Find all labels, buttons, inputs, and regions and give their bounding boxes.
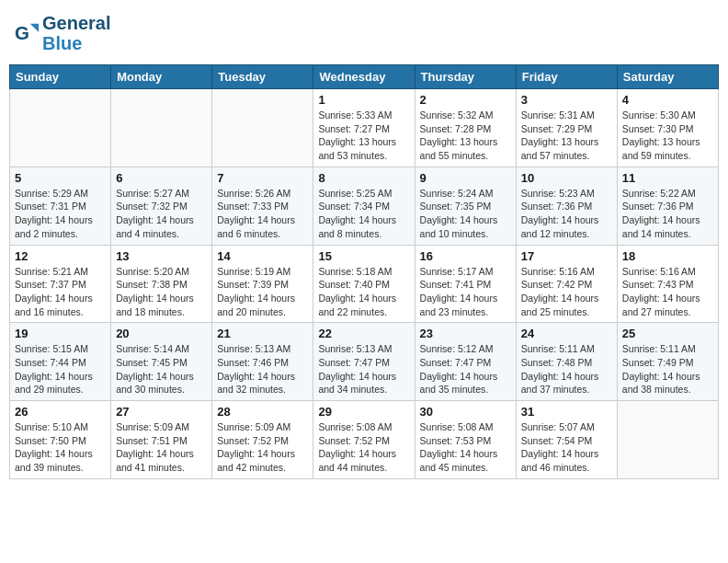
sunrise-text: Sunrise: 5:08 AM xyxy=(318,421,392,432)
sunrise-text: Sunrise: 5:13 AM xyxy=(318,343,392,354)
sunrise-text: Sunrise: 5:23 AM xyxy=(521,188,595,199)
day-number: 16 xyxy=(420,249,511,263)
day-info: Sunrise: 5:16 AMSunset: 7:42 PMDaylight:… xyxy=(521,265,612,319)
sunrise-text: Sunrise: 5:20 AM xyxy=(116,266,189,277)
daylight-text: Daylight: 13 hours and 53 minutes. xyxy=(318,136,396,161)
day-number: 2 xyxy=(420,93,511,107)
daylight-text: Daylight: 14 hours and 14 minutes. xyxy=(622,214,700,239)
day-info: Sunrise: 5:30 AMSunset: 7:30 PMDaylight:… xyxy=(622,109,713,163)
calendar-cell: 30Sunrise: 5:08 AMSunset: 7:53 PMDayligh… xyxy=(415,401,516,479)
sunset-text: Sunset: 7:54 PM xyxy=(521,435,593,446)
sunrise-text: Sunrise: 5:32 AM xyxy=(420,109,494,121)
day-number: 4 xyxy=(622,93,713,107)
day-number: 18 xyxy=(622,249,713,263)
day-number: 5 xyxy=(15,171,106,185)
day-number: 15 xyxy=(318,249,409,263)
daylight-text: Daylight: 14 hours and 20 minutes. xyxy=(217,293,295,317)
day-info: Sunrise: 5:32 AMSunset: 7:28 PMDaylight:… xyxy=(420,109,511,163)
sunrise-text: Sunrise: 5:11 AM xyxy=(521,343,595,354)
sunset-text: Sunset: 7:38 PM xyxy=(116,279,188,290)
sunrise-text: Sunrise: 5:11 AM xyxy=(622,343,696,354)
daylight-text: Daylight: 14 hours and 42 minutes. xyxy=(217,448,295,473)
sunrise-text: Sunrise: 5:08 AM xyxy=(420,421,494,432)
day-info: Sunrise: 5:08 AMSunset: 7:53 PMDaylight:… xyxy=(420,420,511,475)
calendar-cell: 23Sunrise: 5:12 AMSunset: 7:47 PMDayligh… xyxy=(415,323,516,401)
daylight-text: Daylight: 14 hours and 18 minutes. xyxy=(116,293,194,317)
day-header-friday: Friday xyxy=(516,65,617,89)
daylight-text: Daylight: 14 hours and 35 minutes. xyxy=(420,371,498,396)
calendar-week-row: 26Sunrise: 5:10 AMSunset: 7:50 PMDayligh… xyxy=(10,401,719,479)
calendar-week-row: 1Sunrise: 5:33 AMSunset: 7:27 PMDaylight… xyxy=(10,89,719,167)
sunset-text: Sunset: 7:47 PM xyxy=(420,357,492,368)
sunrise-text: Sunrise: 5:25 AM xyxy=(318,188,392,199)
sunrise-text: Sunrise: 5:26 AM xyxy=(217,188,290,199)
sunrise-text: Sunrise: 5:07 AM xyxy=(521,421,595,432)
day-number: 13 xyxy=(116,249,207,263)
sunset-text: Sunset: 7:47 PM xyxy=(318,357,390,368)
daylight-text: Daylight: 14 hours and 10 minutes. xyxy=(420,214,498,239)
sunset-text: Sunset: 7:29 PM xyxy=(521,123,593,134)
daylight-text: Daylight: 14 hours and 38 minutes. xyxy=(622,371,700,396)
day-info: Sunrise: 5:08 AMSunset: 7:52 PMDaylight:… xyxy=(318,420,409,475)
daylight-text: Daylight: 14 hours and 23 minutes. xyxy=(420,293,498,317)
calendar-cell: 1Sunrise: 5:33 AMSunset: 7:27 PMDaylight… xyxy=(313,89,415,167)
day-info: Sunrise: 5:11 AMSunset: 7:48 PMDaylight:… xyxy=(521,342,612,396)
daylight-text: Daylight: 14 hours and 27 minutes. xyxy=(622,293,700,317)
day-number: 19 xyxy=(15,327,106,340)
calendar-cell: 16Sunrise: 5:17 AMSunset: 7:41 PMDayligh… xyxy=(415,245,516,323)
daylight-text: Daylight: 14 hours and 41 minutes. xyxy=(116,448,194,473)
calendar-cell: 25Sunrise: 5:11 AMSunset: 7:49 PMDayligh… xyxy=(617,323,718,401)
daylight-text: Daylight: 14 hours and 44 minutes. xyxy=(318,448,396,473)
sunset-text: Sunset: 7:43 PM xyxy=(622,279,694,290)
daylight-text: Daylight: 14 hours and 4 minutes. xyxy=(116,214,194,239)
day-info: Sunrise: 5:10 AMSunset: 7:50 PMDaylight:… xyxy=(15,420,106,475)
calendar-cell: 17Sunrise: 5:16 AMSunset: 7:42 PMDayligh… xyxy=(516,245,617,323)
calendar-cell: 18Sunrise: 5:16 AMSunset: 7:43 PMDayligh… xyxy=(617,245,718,323)
sunset-text: Sunset: 7:32 PM xyxy=(116,201,188,212)
sunset-text: Sunset: 7:50 PM xyxy=(15,435,86,446)
day-number: 27 xyxy=(116,405,207,419)
calendar-cell: 3Sunrise: 5:31 AMSunset: 7:29 PMDaylight… xyxy=(516,89,617,167)
day-header-monday: Monday xyxy=(111,65,212,89)
day-info: Sunrise: 5:16 AMSunset: 7:43 PMDaylight:… xyxy=(622,265,713,319)
calendar-cell: 4Sunrise: 5:30 AMSunset: 7:30 PMDaylight… xyxy=(617,89,718,167)
sunrise-text: Sunrise: 5:17 AM xyxy=(420,266,494,277)
day-number: 21 xyxy=(217,327,308,340)
day-header-tuesday: Tuesday xyxy=(212,65,313,89)
day-info: Sunrise: 5:13 AMSunset: 7:47 PMDaylight:… xyxy=(318,342,409,396)
calendar-cell: 8Sunrise: 5:25 AMSunset: 7:34 PMDaylight… xyxy=(313,167,415,245)
calendar-cell: 6Sunrise: 5:27 AMSunset: 7:32 PMDaylight… xyxy=(111,167,212,245)
sunset-text: Sunset: 7:46 PM xyxy=(217,357,289,368)
day-number: 29 xyxy=(318,405,409,419)
day-number: 26 xyxy=(15,405,106,419)
day-info: Sunrise: 5:21 AMSunset: 7:37 PMDaylight:… xyxy=(15,265,106,319)
calendar-cell xyxy=(10,89,111,167)
day-info: Sunrise: 5:26 AMSunset: 7:33 PMDaylight:… xyxy=(217,187,308,241)
sunset-text: Sunset: 7:36 PM xyxy=(622,201,694,212)
sunset-text: Sunset: 7:34 PM xyxy=(318,201,390,212)
day-info: Sunrise: 5:12 AMSunset: 7:47 PMDaylight:… xyxy=(420,342,511,396)
daylight-text: Daylight: 14 hours and 6 minutes. xyxy=(217,214,295,239)
daylight-text: Daylight: 14 hours and 45 minutes. xyxy=(420,448,498,473)
calendar-week-row: 19Sunrise: 5:15 AMSunset: 7:44 PMDayligh… xyxy=(10,323,719,401)
calendar-table: SundayMondayTuesdayWednesdayThursdayFrid… xyxy=(9,64,719,479)
sunrise-text: Sunrise: 5:33 AM xyxy=(318,109,392,121)
day-info: Sunrise: 5:29 AMSunset: 7:31 PMDaylight:… xyxy=(15,187,106,241)
sunrise-text: Sunrise: 5:21 AM xyxy=(15,266,88,277)
day-number: 7 xyxy=(217,171,308,185)
sunset-text: Sunset: 7:48 PM xyxy=(521,357,593,368)
sunrise-text: Sunrise: 5:29 AM xyxy=(15,188,88,199)
daylight-text: Daylight: 13 hours and 55 minutes. xyxy=(420,136,498,161)
daylight-text: Daylight: 13 hours and 57 minutes. xyxy=(521,136,599,161)
calendar-week-row: 12Sunrise: 5:21 AMSunset: 7:37 PMDayligh… xyxy=(10,245,719,323)
daylight-text: Daylight: 14 hours and 25 minutes. xyxy=(521,293,599,317)
calendar-cell: 28Sunrise: 5:09 AMSunset: 7:52 PMDayligh… xyxy=(212,401,313,479)
day-info: Sunrise: 5:15 AMSunset: 7:44 PMDaylight:… xyxy=(15,342,106,396)
calendar-cell: 22Sunrise: 5:13 AMSunset: 7:47 PMDayligh… xyxy=(313,323,415,401)
daylight-text: Daylight: 14 hours and 46 minutes. xyxy=(521,448,599,473)
logo-icon: G xyxy=(15,20,40,46)
day-info: Sunrise: 5:27 AMSunset: 7:32 PMDaylight:… xyxy=(116,187,207,241)
daylight-text: Daylight: 14 hours and 37 minutes. xyxy=(521,371,599,396)
sunset-text: Sunset: 7:27 PM xyxy=(318,123,390,134)
sunrise-text: Sunrise: 5:31 AM xyxy=(521,109,595,121)
